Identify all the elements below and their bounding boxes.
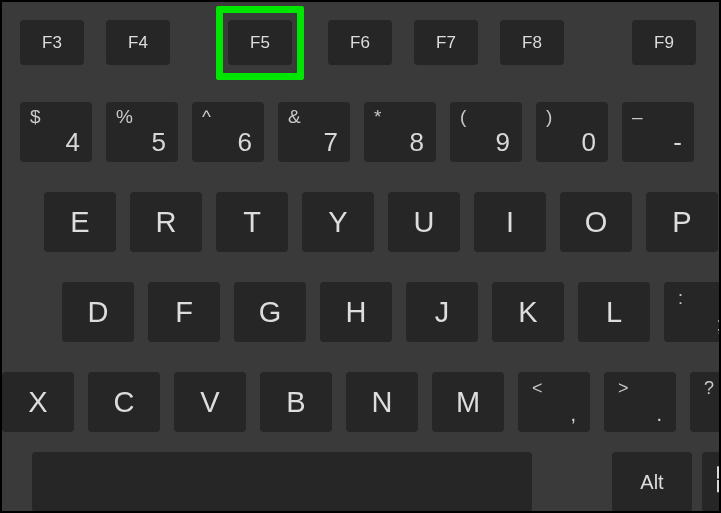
key-label: X — [28, 386, 47, 419]
alt-label: Alt — [640, 471, 663, 494]
key-upper: ( — [460, 106, 466, 128]
key-label: F5 — [250, 33, 270, 53]
key-label: F6 — [350, 33, 370, 53]
key-r[interactable]: R — [130, 192, 202, 252]
key-y[interactable]: Y — [302, 192, 374, 252]
windows-icon — [717, 465, 721, 500]
key-label: F4 — [128, 33, 148, 53]
key-p[interactable]: P — [646, 192, 718, 252]
key-lower: 0 — [582, 127, 596, 158]
key-label: R — [156, 206, 177, 239]
key-label: C — [114, 386, 135, 419]
key-lower: , — [570, 403, 576, 426]
key-d[interactable]: D — [62, 282, 134, 342]
key-6[interactable]: ^6 — [192, 102, 264, 162]
key-comma[interactable]: <, — [518, 372, 590, 432]
key-upper: ^ — [202, 106, 211, 128]
key-g[interactable]: G — [234, 282, 306, 342]
keyboard: F3F4F5F6F7F8F9 $4%5^6&7*8(9)0–- ERTYUIOP… — [2, 2, 719, 511]
key-upper: : — [678, 288, 683, 309]
alt-key[interactable]: Alt — [612, 452, 692, 512]
windows-key[interactable] — [702, 452, 721, 512]
key-upper: & — [288, 106, 301, 128]
key-label: M — [456, 386, 480, 419]
key-lower: 9 — [496, 127, 510, 158]
key-lower: . — [656, 403, 662, 426]
key-h[interactable]: H — [320, 282, 392, 342]
key-l[interactable]: L — [578, 282, 650, 342]
f3-key[interactable]: F3 — [20, 20, 84, 65]
f5-key[interactable]: F5 — [228, 20, 292, 65]
key-lower: ; — [716, 313, 721, 336]
key-label: V — [200, 386, 219, 419]
key-label: E — [70, 206, 89, 239]
key-lower: 6 — [238, 127, 252, 158]
key-k[interactable]: K — [492, 282, 564, 342]
spacebar-key[interactable] — [32, 452, 532, 512]
key-semicolon[interactable]: :; — [664, 282, 721, 342]
key-label: D — [88, 296, 109, 329]
key-c[interactable]: C — [88, 372, 160, 432]
key-b[interactable]: B — [260, 372, 332, 432]
key-e[interactable]: E — [44, 192, 116, 252]
key-upper: * — [374, 106, 381, 128]
key-slash[interactable]: ?/ — [690, 372, 721, 432]
key-label: F7 — [436, 33, 456, 53]
key-lower: 4 — [66, 127, 80, 158]
key-5[interactable]: %5 — [106, 102, 178, 162]
key-label: N — [372, 386, 393, 419]
f4-key[interactable]: F4 — [106, 20, 170, 65]
key-t[interactable]: T — [216, 192, 288, 252]
key-label: U — [414, 206, 435, 239]
key-0[interactable]: )0 — [536, 102, 608, 162]
key-lower: 5 — [152, 127, 166, 158]
key-9[interactable]: (9 — [450, 102, 522, 162]
key-n[interactable]: N — [346, 372, 418, 432]
key-label: G — [259, 296, 282, 329]
key-x[interactable]: X — [2, 372, 74, 432]
svg-rect-0 — [717, 466, 721, 478]
key-u[interactable]: U — [388, 192, 460, 252]
key-upper: $ — [30, 106, 41, 128]
key-upper: % — [116, 106, 133, 128]
key-lower: - — [673, 127, 682, 158]
key-label: F8 — [522, 33, 542, 53]
key-label: L — [606, 296, 622, 329]
key-upper: ) — [546, 106, 552, 128]
key-upper: – — [632, 106, 643, 128]
key-label: O — [585, 206, 608, 239]
key-m[interactable]: M — [432, 372, 504, 432]
key-v[interactable]: V — [174, 372, 246, 432]
key-7[interactable]: &7 — [278, 102, 350, 162]
key-label: F9 — [654, 33, 674, 53]
key-upper: ? — [704, 378, 714, 399]
key-f[interactable]: F — [148, 282, 220, 342]
key-period[interactable]: >. — [604, 372, 676, 432]
key-upper: < — [532, 378, 543, 399]
f7-key[interactable]: F7 — [414, 20, 478, 65]
key-label: T — [243, 206, 261, 239]
svg-rect-2 — [717, 480, 721, 492]
key-lower: 7 — [324, 127, 338, 158]
key-label: P — [672, 206, 691, 239]
key-label: J — [435, 296, 450, 329]
key-lower: 8 — [410, 127, 424, 158]
key-label: Y — [328, 206, 347, 239]
key-o[interactable]: O — [560, 192, 632, 252]
key-label: K — [518, 296, 537, 329]
key-label: I — [506, 206, 514, 239]
key-label: H — [346, 296, 367, 329]
key-i[interactable]: I — [474, 192, 546, 252]
key-j[interactable]: J — [406, 282, 478, 342]
key-4[interactable]: $4 — [20, 102, 92, 162]
key-label: F3 — [42, 33, 62, 53]
key-dash[interactable]: –- — [622, 102, 694, 162]
f9-key[interactable]: F9 — [632, 20, 696, 65]
key-upper: > — [618, 378, 629, 399]
key-label: F — [175, 296, 193, 329]
f6-key[interactable]: F6 — [328, 20, 392, 65]
key-8[interactable]: *8 — [364, 102, 436, 162]
key-label: B — [286, 386, 305, 419]
f8-key[interactable]: F8 — [500, 20, 564, 65]
